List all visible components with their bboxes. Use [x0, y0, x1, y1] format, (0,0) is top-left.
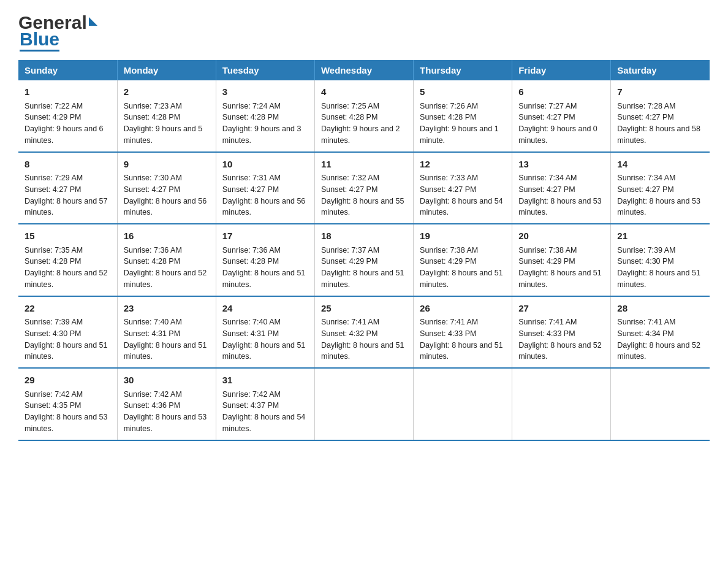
col-header-thursday: Thursday	[414, 60, 512, 80]
sunrise-text: Sunrise: 7:22 AMSunset: 4:29 PMDaylight:…	[25, 102, 104, 145]
day-number: 16	[124, 229, 210, 243]
day-number: 18	[321, 229, 407, 243]
day-number: 6	[518, 85, 604, 99]
page-header: General Blue	[18, 12, 710, 49]
sunrise-text: Sunrise: 7:41 AMSunset: 4:33 PMDaylight:…	[518, 318, 602, 361]
calendar-table: SundayMondayTuesdayWednesdayThursdayFrid…	[18, 60, 710, 441]
day-cell	[611, 368, 710, 440]
sunrise-text: Sunrise: 7:36 AMSunset: 4:28 PMDaylight:…	[124, 246, 207, 289]
day-cell: 10Sunrise: 7:31 AMSunset: 4:27 PMDayligh…	[216, 152, 314, 224]
day-cell	[314, 368, 413, 440]
day-cell: 15Sunrise: 7:35 AMSunset: 4:28 PMDayligh…	[18, 224, 117, 296]
day-number: 5	[420, 85, 506, 99]
col-header-tuesday: Tuesday	[216, 60, 314, 80]
sunrise-text: Sunrise: 7:34 AMSunset: 4:27 PMDaylight:…	[617, 174, 700, 216]
col-header-wednesday: Wednesday	[314, 60, 413, 80]
sunrise-text: Sunrise: 7:40 AMSunset: 4:31 PMDaylight:…	[222, 318, 306, 361]
day-number: 1	[25, 85, 111, 99]
day-cell: 1Sunrise: 7:22 AMSunset: 4:29 PMDaylight…	[18, 80, 117, 152]
col-header-sunday: Sunday	[18, 60, 117, 80]
sunrise-text: Sunrise: 7:40 AMSunset: 4:31 PMDaylight:…	[124, 318, 207, 361]
sunrise-text: Sunrise: 7:23 AMSunset: 4:28 PMDaylight:…	[124, 102, 203, 145]
sunrise-text: Sunrise: 7:39 AMSunset: 4:30 PMDaylight:…	[617, 246, 700, 289]
day-number: 17	[222, 229, 308, 243]
day-number: 12	[420, 158, 506, 172]
day-number: 13	[518, 158, 604, 172]
sunrise-text: Sunrise: 7:42 AMSunset: 4:36 PMDaylight:…	[124, 390, 207, 433]
sunrise-text: Sunrise: 7:34 AMSunset: 4:27 PMDaylight:…	[518, 174, 602, 216]
sunrise-text: Sunrise: 7:33 AMSunset: 4:27 PMDaylight:…	[420, 174, 503, 216]
day-cell: 25Sunrise: 7:41 AMSunset: 4:32 PMDayligh…	[314, 296, 413, 369]
day-cell: 4Sunrise: 7:25 AMSunset: 4:28 PMDaylight…	[314, 80, 413, 152]
day-cell: 24Sunrise: 7:40 AMSunset: 4:31 PMDayligh…	[216, 296, 314, 369]
sunrise-text: Sunrise: 7:41 AMSunset: 4:32 PMDaylight:…	[321, 318, 404, 361]
col-header-monday: Monday	[117, 60, 216, 80]
day-number: 25	[321, 302, 407, 316]
day-number: 22	[25, 302, 111, 316]
day-cell: 28Sunrise: 7:41 AMSunset: 4:34 PMDayligh…	[611, 296, 710, 369]
day-cell: 16Sunrise: 7:36 AMSunset: 4:28 PMDayligh…	[117, 224, 216, 296]
sunrise-text: Sunrise: 7:42 AMSunset: 4:37 PMDaylight:…	[222, 390, 306, 433]
day-number: 21	[617, 229, 703, 243]
day-cell: 20Sunrise: 7:38 AMSunset: 4:29 PMDayligh…	[512, 224, 611, 296]
sunrise-text: Sunrise: 7:39 AMSunset: 4:30 PMDaylight:…	[25, 318, 108, 361]
day-number: 9	[124, 158, 210, 172]
sunrise-text: Sunrise: 7:28 AMSunset: 4:27 PMDaylight:…	[617, 102, 700, 145]
sunrise-text: Sunrise: 7:24 AMSunset: 4:28 PMDaylight:…	[222, 102, 301, 145]
calendar-header: SundayMondayTuesdayWednesdayThursdayFrid…	[18, 60, 710, 80]
day-cell: 2Sunrise: 7:23 AMSunset: 4:28 PMDaylight…	[117, 80, 216, 152]
day-cell	[414, 368, 512, 440]
day-number: 4	[321, 85, 407, 99]
day-cell: 19Sunrise: 7:38 AMSunset: 4:29 PMDayligh…	[414, 224, 512, 296]
week-row-3: 15Sunrise: 7:35 AMSunset: 4:28 PMDayligh…	[18, 224, 710, 296]
day-cell: 12Sunrise: 7:33 AMSunset: 4:27 PMDayligh…	[414, 152, 512, 224]
day-cell: 6Sunrise: 7:27 AMSunset: 4:27 PMDaylight…	[512, 80, 611, 152]
day-cell: 29Sunrise: 7:42 AMSunset: 4:35 PMDayligh…	[18, 368, 117, 440]
day-number: 7	[617, 85, 703, 99]
day-cell: 23Sunrise: 7:40 AMSunset: 4:31 PMDayligh…	[117, 296, 216, 369]
day-number: 29	[25, 373, 111, 388]
sunrise-text: Sunrise: 7:37 AMSunset: 4:29 PMDaylight:…	[321, 246, 404, 289]
sunrise-text: Sunrise: 7:42 AMSunset: 4:35 PMDaylight:…	[25, 390, 108, 433]
sunrise-text: Sunrise: 7:41 AMSunset: 4:34 PMDaylight:…	[617, 318, 700, 361]
day-cell: 26Sunrise: 7:41 AMSunset: 4:33 PMDayligh…	[414, 296, 512, 369]
day-number: 3	[222, 85, 308, 99]
day-number: 28	[617, 302, 703, 316]
day-cell: 5Sunrise: 7:26 AMSunset: 4:28 PMDaylight…	[414, 80, 512, 152]
day-number: 15	[25, 229, 111, 243]
week-row-5: 29Sunrise: 7:42 AMSunset: 4:35 PMDayligh…	[18, 368, 710, 440]
sunrise-text: Sunrise: 7:38 AMSunset: 4:29 PMDaylight:…	[420, 246, 503, 289]
sunrise-text: Sunrise: 7:41 AMSunset: 4:33 PMDaylight:…	[420, 318, 503, 361]
sunrise-text: Sunrise: 7:38 AMSunset: 4:29 PMDaylight:…	[518, 246, 602, 289]
day-cell	[512, 368, 611, 440]
sunrise-text: Sunrise: 7:25 AMSunset: 4:28 PMDaylight:…	[321, 102, 400, 145]
sunrise-text: Sunrise: 7:26 AMSunset: 4:28 PMDaylight:…	[420, 102, 499, 145]
day-cell: 22Sunrise: 7:39 AMSunset: 4:30 PMDayligh…	[18, 296, 117, 369]
day-number: 30	[124, 373, 210, 388]
day-number: 20	[518, 229, 604, 243]
logo-triangle-icon	[89, 17, 97, 26]
day-number: 10	[222, 158, 308, 172]
day-cell: 14Sunrise: 7:34 AMSunset: 4:27 PMDayligh…	[611, 152, 710, 224]
day-number: 19	[420, 229, 506, 243]
logo-text-blue: Blue	[20, 29, 59, 52]
day-number: 26	[420, 302, 506, 316]
day-cell: 7Sunrise: 7:28 AMSunset: 4:27 PMDaylight…	[611, 80, 710, 152]
day-number: 23	[124, 302, 210, 316]
sunrise-text: Sunrise: 7:27 AMSunset: 4:27 PMDaylight:…	[518, 102, 597, 145]
week-row-1: 1Sunrise: 7:22 AMSunset: 4:29 PMDaylight…	[18, 80, 710, 152]
day-number: 8	[25, 158, 111, 172]
sunrise-text: Sunrise: 7:36 AMSunset: 4:28 PMDaylight:…	[222, 246, 306, 289]
col-header-friday: Friday	[512, 60, 611, 80]
day-number: 27	[518, 302, 604, 316]
day-cell: 17Sunrise: 7:36 AMSunset: 4:28 PMDayligh…	[216, 224, 314, 296]
sunrise-text: Sunrise: 7:32 AMSunset: 4:27 PMDaylight:…	[321, 174, 404, 216]
day-cell: 21Sunrise: 7:39 AMSunset: 4:30 PMDayligh…	[611, 224, 710, 296]
week-row-2: 8Sunrise: 7:29 AMSunset: 4:27 PMDaylight…	[18, 152, 710, 224]
sunrise-text: Sunrise: 7:31 AMSunset: 4:27 PMDaylight:…	[222, 174, 306, 216]
sunrise-text: Sunrise: 7:35 AMSunset: 4:28 PMDaylight:…	[25, 246, 108, 289]
day-number: 2	[124, 85, 210, 99]
day-cell: 13Sunrise: 7:34 AMSunset: 4:27 PMDayligh…	[512, 152, 611, 224]
day-cell: 31Sunrise: 7:42 AMSunset: 4:37 PMDayligh…	[216, 368, 314, 440]
day-cell: 30Sunrise: 7:42 AMSunset: 4:36 PMDayligh…	[117, 368, 216, 440]
